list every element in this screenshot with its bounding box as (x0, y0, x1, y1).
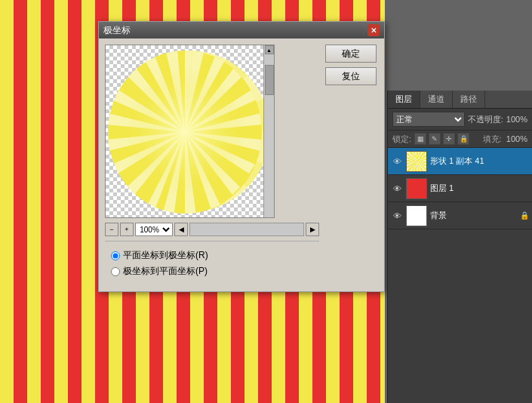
option1-radio[interactable] (111, 251, 120, 260)
option-row-1: 平面坐标到极坐标(R) (111, 249, 313, 262)
layer-eye-bg[interactable]: 👁 (391, 210, 403, 222)
options-area: 平面坐标到极坐标(R) 极坐标到平面坐标(P) (105, 241, 319, 285)
layer-thumb-bg (406, 205, 427, 226)
sunburst-rays (106, 45, 265, 218)
buttons-area: 确定 复位 (325, 45, 378, 285)
lock-position-icon[interactable]: ✛ (443, 133, 455, 145)
fill-label: 填充: (483, 134, 502, 145)
zoom-out-btn[interactable]: − (105, 223, 118, 236)
scroll-thumb[interactable] (265, 65, 274, 95)
option2-label: 极坐标到平面坐标(P) (123, 265, 208, 278)
blend-mode-row: 正常 不透明度: 100% (388, 109, 532, 131)
option-row-2: 极坐标到平面坐标(P) (111, 265, 313, 278)
dialog-body: ▲ − + 100% ◀ ▶ 平面坐标到极坐标(R) (99, 38, 384, 291)
horizontal-scrollbar[interactable] (189, 223, 304, 236)
blend-mode-select[interactable]: 正常 (392, 112, 465, 127)
layer-lock-icon: 🔒 (520, 211, 529, 220)
lock-image-icon[interactable]: ✎ (429, 133, 441, 145)
lock-transparent-icon[interactable]: ▦ (414, 133, 426, 145)
layer-name-shape: 形状 1 副本 41 (430, 155, 529, 167)
layer-item-layer1[interactable]: 👁 图层 1 (388, 175, 532, 202)
preview-controls: − + 100% ◀ ▶ (105, 221, 319, 238)
opacity-value: 100% (506, 115, 527, 124)
option2-radio[interactable] (111, 267, 120, 276)
preview-container: ▲ − + 100% ◀ ▶ 平面坐标到极坐标(R) (105, 45, 319, 285)
reset-button[interactable]: 复位 (325, 67, 377, 85)
svg-point-42 (108, 51, 262, 214)
close-button[interactable]: ✕ (367, 24, 380, 36)
lock-icons: ▦ ✎ ✛ 🔒 (414, 133, 469, 145)
lock-label: 锁定: (392, 134, 411, 145)
confirm-button[interactable]: 确定 (325, 45, 377, 63)
tab-channels[interactable]: 通道 (420, 91, 453, 108)
layer-eye-layer1[interactable]: 👁 (391, 183, 403, 195)
layer-eye-shape[interactable]: 👁 (391, 155, 403, 168)
fill-value: 100% (506, 134, 527, 143)
option1-label: 平面坐标到极坐标(R) (123, 249, 208, 262)
right-panel: 图层 通道 路径 正常 不透明度: 100% 锁定: ▦ ✎ ✛ 🔒 填充: 1… (387, 91, 532, 403)
scroll-up-btn[interactable]: ▲ (265, 45, 274, 54)
layer-thumb-shape (406, 151, 427, 172)
dialog-title: 极坐标 (103, 24, 131, 37)
tab-layers[interactable]: 图层 (388, 91, 420, 108)
layer-item-bg[interactable]: 👁 背景 🔒 (388, 202, 532, 229)
layer-name-bg: 背景 (430, 210, 517, 221)
scroll-right-btn[interactable]: ▶ (306, 223, 319, 236)
layer-name-layer1: 图层 1 (430, 183, 529, 194)
preview-scrollbar[interactable]: ▲ (263, 45, 274, 217)
dialog-titlebar: 极坐标 ✕ (99, 22, 384, 38)
layer-thumb-layer1 (406, 178, 427, 199)
zoom-in-btn[interactable]: + (120, 223, 134, 236)
opacity-label: 不透明度: (468, 114, 503, 125)
zoom-select[interactable]: 100% (135, 223, 173, 236)
panel-tabs: 图层 通道 路径 (388, 91, 532, 109)
tab-paths[interactable]: 路径 (453, 91, 485, 108)
scroll-left-btn[interactable]: ◀ (174, 223, 188, 236)
lock-all-icon[interactable]: 🔒 (457, 133, 469, 145)
preview-box: ▲ (105, 45, 275, 218)
polar-coordinates-dialog: 极坐标 ✕ (98, 21, 385, 292)
lock-row: 锁定: ▦ ✎ ✛ 🔒 填充: 100% (388, 131, 532, 148)
layer-item-shape[interactable]: 👁 形状 1 副本 41 (388, 148, 532, 175)
